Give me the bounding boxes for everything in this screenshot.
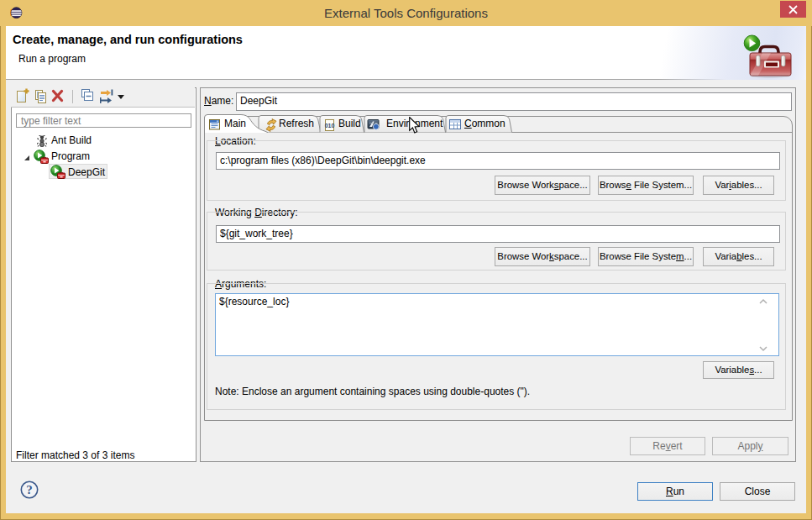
svg-text:010: 010 bbox=[325, 123, 335, 129]
svg-text:?: ? bbox=[26, 483, 33, 496]
